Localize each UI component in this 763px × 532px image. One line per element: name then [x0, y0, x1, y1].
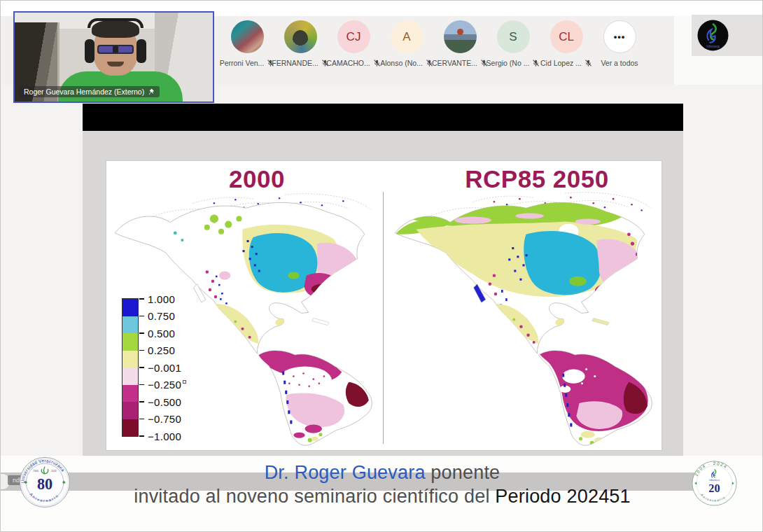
caption-speaker-name: Dr. Roger Guevara [265, 462, 426, 483]
headphone-band [88, 18, 144, 28]
participant-avatar[interactable] [284, 20, 317, 53]
caption-period: Periodo 202451 [495, 486, 630, 507]
participant-name: CERVANTE... [432, 59, 477, 67]
legend-label: 0.750 [139, 310, 175, 323]
participant-name: Cid Lopez ... [540, 59, 582, 67]
participant-item[interactable]: Perroni Ven... [221, 19, 273, 67]
legend-label: −0.750 [139, 413, 181, 426]
participant-item[interactable]: A Alonso (No... [381, 19, 433, 67]
participant-item[interactable]: CL Cid Lopez ... [540, 19, 592, 67]
inbioteca-20-seal: 2004 · 2024 Aniversario Inbioteca 20 [691, 460, 738, 507]
inb-wordmark: Inbioteca [709, 479, 720, 482]
institution-logo-box: Inbioteca [692, 15, 763, 56]
legend-label: −0.001 [139, 361, 181, 374]
person-glasses [97, 45, 134, 54]
participant-name: Sergio (No ... [486, 59, 530, 67]
participant-name: CAMACHO... [326, 59, 370, 67]
inbioteca-logo: Inbioteca [697, 20, 729, 51]
participant-avatar[interactable]: A [391, 20, 424, 53]
flyer-page: Perroni Ven... FERNANDE... [0, 0, 763, 532]
maps-figure-panel: 2000 RCP85 2050 [106, 160, 662, 451]
caption-role: ponente [426, 462, 500, 483]
participant-list: Perroni Ven... FERNANDE... [221, 19, 645, 67]
legend-label: −1.000 [139, 430, 181, 442]
legend-colorbar [122, 298, 139, 437]
legend-label: −0.500 [139, 396, 181, 408]
participant-avatar[interactable] [444, 20, 477, 53]
legend-label: 0.250 [139, 344, 175, 357]
legend-label: 1.000 [139, 293, 175, 305]
mic-muted-icon [532, 59, 540, 67]
shared-screen-titlebar [83, 104, 683, 131]
headphone-right [136, 39, 146, 63]
video-name-tag: Roger Guevara Hernández (Externo) [19, 86, 160, 97]
uv-year-right: 2024 [51, 470, 57, 472]
legend-label: −0.250 [139, 379, 186, 391]
map-rcp85-2050 [388, 190, 661, 449]
logo-wordmark: Inbioteca [706, 45, 720, 48]
participant-item[interactable]: CJ CAMACHO... [328, 19, 379, 67]
video-name-label: Roger Guevara Hernández (Externo) [24, 88, 144, 96]
mic-muted-icon [373, 59, 381, 67]
caption-line1: Dr. Roger Guevara ponente [1, 462, 763, 484]
uv-80-seal: Universidad Veracruzana Aniversario 1944… [19, 456, 71, 508]
caption-event-text: invitado al noveno seminario científico … [134, 486, 495, 507]
mic-muted-icon [584, 59, 592, 67]
participant-name: Perroni Ven... [220, 59, 265, 67]
participant-avatar[interactable]: CL [550, 20, 583, 53]
participant-item[interactable]: CERVANTE... [434, 19, 486, 67]
participant-avatar[interactable]: CJ [337, 20, 370, 53]
map-title-rcp85-2050: RCP85 2050 [400, 165, 673, 193]
self-video-tile[interactable]: Roger Guevara Hernández (Externo) [13, 11, 214, 103]
person-moustache [107, 62, 124, 66]
participant-avatar[interactable] [231, 20, 264, 53]
participant-avatar[interactable]: ••• [603, 20, 636, 53]
uv-number-80: 80 [37, 475, 52, 493]
caption-line2: invitado al noveno seminario científico … [1, 486, 763, 507]
participant-item[interactable]: ••• Ver a todos [594, 19, 645, 67]
participant-name: Alonso (No... [380, 59, 423, 67]
participant-item[interactable]: FERNANDE... [274, 19, 326, 67]
pin-icon [148, 88, 155, 95]
legend-label: 0.500 [139, 327, 175, 340]
map-legend: 1.0000.7500.5000.250−0.001−0.250−0.500−0… [122, 298, 220, 442]
participant-item[interactable]: S Sergio (No ... [487, 19, 539, 67]
participant-name: FERNANDE... [272, 59, 318, 67]
headphone-left [85, 39, 94, 63]
participant-name: Ver a todos [601, 59, 638, 67]
panel-divider [383, 192, 384, 444]
map-title-2000: 2000 [120, 165, 393, 193]
shared-screen-content: 2000 RCP85 2050 [83, 131, 683, 456]
participant-avatar[interactable]: S [497, 20, 530, 53]
inb-number-20: 20 [708, 482, 720, 495]
uv-year-left: 1944 [33, 470, 38, 472]
